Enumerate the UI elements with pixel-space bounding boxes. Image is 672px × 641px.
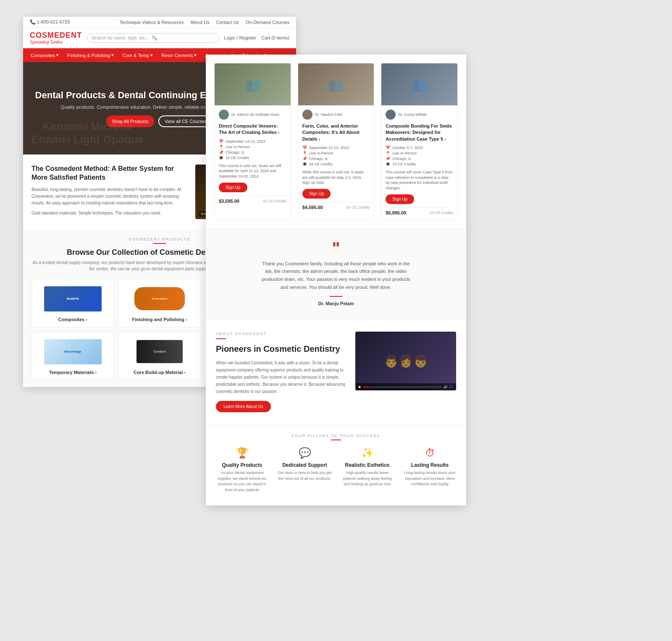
about-title: Pioneers in Cosmetic Dentistry xyxy=(216,343,347,354)
results-icon: ⏱ xyxy=(402,447,458,459)
pillars-divider xyxy=(331,440,341,440)
course-price-3: $6,995.00 23 CE Credits xyxy=(386,207,453,215)
method-p2: Gold standard materials. Simple techniqu… xyxy=(32,210,189,217)
about-link[interactable]: About Us xyxy=(190,20,209,25)
view-courses-btn[interactable]: View all CE Courses xyxy=(158,115,213,127)
pillars-grid: 🏆 Quality Products As your dental equipm… xyxy=(214,447,458,493)
course-info-1: Dr. Klercio de Andrade Alves Direct Comp… xyxy=(215,105,291,208)
product-img-composites: BulkFill xyxy=(37,284,109,314)
logo-text: COSMEDENT xyxy=(30,31,82,40)
product-card-finishing[interactable]: Enamelize Finishing and Polishing › xyxy=(118,279,201,327)
course-note-3: This course will cover Case Type 5 from … xyxy=(386,170,453,191)
course-info-2: Dr. Newton Fahl Form, Color, and Anterio… xyxy=(298,105,374,214)
testimonial-author: Dr. Manju Pelam xyxy=(223,301,449,306)
testimonial-divider xyxy=(330,296,342,297)
pillar-esthetics: ✨ Realistic Esthetics High-quality resul… xyxy=(339,447,395,493)
right-panel: Dr. Klercio de Andrade Alves Direct Comp… xyxy=(206,55,466,505)
doctor-name-1: Dr. Klercio de Andrade Alves xyxy=(231,113,279,117)
avatar-2 xyxy=(302,110,312,120)
search-icon[interactable]: 🔍 xyxy=(152,35,158,41)
about-divider xyxy=(216,338,226,339)
courses-grid: Dr. Klercio de Andrade Alves Direct Comp… xyxy=(214,63,458,220)
search-placeholder: Search by name, type, etc... xyxy=(92,35,149,40)
learn-more-btn[interactable]: Learn More About Us xyxy=(216,401,271,412)
cart-link[interactable]: Cart (0 items) xyxy=(261,35,289,40)
course-meta-3: 📅October 5-7, 2023 📍Live In-Person 📌Chic… xyxy=(386,146,453,166)
login-link[interactable]: Login / Register xyxy=(224,35,256,40)
fullscreen-ctrl[interactable]: ⛶ xyxy=(449,385,453,389)
quality-title: Quality Products xyxy=(214,462,270,468)
product-card-composites[interactable]: BulkFill Composites › xyxy=(32,279,114,327)
course-img-1 xyxy=(215,63,291,105)
results-desc: Long-lasting results boost your reputati… xyxy=(402,470,458,487)
play-ctrl[interactable]: ▶ xyxy=(359,385,361,389)
doctor-name-3: Dr. Corey Wilhite xyxy=(398,113,427,117)
section-divider xyxy=(153,243,166,244)
top-bar: 📞 1-800-621-6729 Technique Videos & Reso… xyxy=(23,17,296,28)
course-img-3 xyxy=(381,63,457,105)
about-section: ABOUT COSMEDENT Pioneers in Cosmetic Den… xyxy=(206,319,466,425)
product-name-composites: Composites › xyxy=(37,317,109,322)
about-video[interactable]: ▶ 🔊 ⛶ xyxy=(355,332,456,390)
course-title-2: Form, Color, and Anterior Composites: It… xyxy=(302,123,370,142)
mirror-image: MirrorImage xyxy=(44,339,102,364)
pillar-results: ⏱ Lasting Results Long-lasting results b… xyxy=(402,447,458,493)
volume-ctrl[interactable]: 🔊 xyxy=(444,385,448,389)
video-controls: ▶ 🔊 ⛶ xyxy=(355,383,456,390)
signup-btn-1[interactable]: Sign Up xyxy=(219,183,247,192)
courses-section: Dr. Klercio de Andrade Alves Direct Comp… xyxy=(206,55,466,228)
signup-btn-3[interactable]: Sign Up xyxy=(386,194,414,204)
course-doctor-3: Dr. Corey Wilhite xyxy=(386,110,453,120)
course-title-1: Direct Composite Veneers: The Art of Cre… xyxy=(219,123,286,136)
contact-link[interactable]: Contact Us xyxy=(216,20,239,25)
course-doctor-1: Dr. Klercio de Andrade Alves xyxy=(219,110,286,120)
nav-finishing[interactable]: Finishing & Polishing ▾ xyxy=(63,48,118,62)
logo[interactable]: COSMEDENT Spreading Smiles xyxy=(30,31,82,44)
nav-resin[interactable]: Resin Cements ▾ xyxy=(157,48,201,62)
course-meta-1: 📅September 14-15, 2023 📍Live In-Person 📌… xyxy=(219,139,286,160)
support-title: Dedicated Support xyxy=(277,462,333,468)
testimonial-text: Thank you Cosmedent family. Including al… xyxy=(260,260,412,291)
quality-desc: As your dental equipment supplier, we st… xyxy=(214,470,270,493)
course-img-2 xyxy=(298,63,374,105)
course-card-1: Dr. Klercio de Andrade Alves Direct Comp… xyxy=(214,63,291,220)
phone-number: 📞 1-800-621-6729 xyxy=(30,19,70,25)
shop-all-btn[interactable]: Shop All Products xyxy=(106,115,155,127)
top-links: Technique Videos & Resources About Us Co… xyxy=(120,20,289,25)
method-title: The Cosmedent Method: A Better System fo… xyxy=(32,165,189,182)
product-name-finishing: Finishing and Polishing › xyxy=(124,317,196,322)
pillars-section: FOUR PILLARS OF YOUR SUCCESS 🏆 Quality P… xyxy=(206,425,466,505)
hero-buttons: Shop All Products View all CE Courses xyxy=(106,115,213,127)
product-img-core: CoreBore xyxy=(124,337,196,366)
course-price-2: $4,595.00 16 CE Credits xyxy=(302,202,370,210)
product-card-temp[interactable]: MirrorImage Temporary Materials › xyxy=(32,332,114,380)
course-title-3: Composite Bonding For Smile Makeovers: D… xyxy=(386,123,453,142)
nav-core-temp[interactable]: Core & Temp ▾ xyxy=(118,48,157,62)
header: COSMEDENT Spreading Smiles Search by nam… xyxy=(23,28,296,48)
pillar-quality: 🏆 Quality Products As your dental equipm… xyxy=(214,447,270,493)
ondemand-link[interactable]: On-Demand Courses xyxy=(246,20,289,25)
course-card-3: Dr. Corey Wilhite Composite Bonding For … xyxy=(381,63,458,220)
quote-mark: " xyxy=(223,241,449,255)
about-inner: ABOUT COSMEDENT Pioneers in Cosmetic Den… xyxy=(216,332,456,412)
course-info-3: Dr. Corey Wilhite Composite Bonding For … xyxy=(381,105,457,220)
technique-link[interactable]: Technique Videos & Resources xyxy=(120,20,184,25)
results-title: Lasting Results xyxy=(402,462,458,468)
product-img-finishing: Enamelize xyxy=(124,284,196,314)
core-image: CoreBore xyxy=(136,340,183,363)
esthetics-icon: ✨ xyxy=(339,447,395,459)
method-p1: Beautiful, long-lasting, premier cosmeti… xyxy=(32,186,189,207)
product-name-core: Core Build-up Material › xyxy=(124,370,196,375)
product-card-core[interactable]: CoreBore Core Build-up Material › xyxy=(118,332,201,380)
enamelize-image: Enamelize xyxy=(134,287,184,310)
pillars-tag: FOUR PILLARS OF YOUR SUCCESS xyxy=(214,434,458,438)
logo-tagline: Spreading Smiles xyxy=(30,40,82,44)
course-note-2: While this course is sold out, 5 seats a… xyxy=(302,170,370,186)
about-desc: When we founded Cosmedent, it was with a… xyxy=(216,359,347,395)
esthetics-title: Realistic Esthetics xyxy=(339,462,395,468)
search-box[interactable]: Search by name, type, etc... 🔍 xyxy=(87,33,219,43)
progress-fill xyxy=(363,387,371,387)
avatar-3 xyxy=(386,110,396,120)
signup-btn-2[interactable]: Sign Up xyxy=(302,189,331,199)
nav-composites[interactable]: Composites ▾ xyxy=(26,48,63,62)
